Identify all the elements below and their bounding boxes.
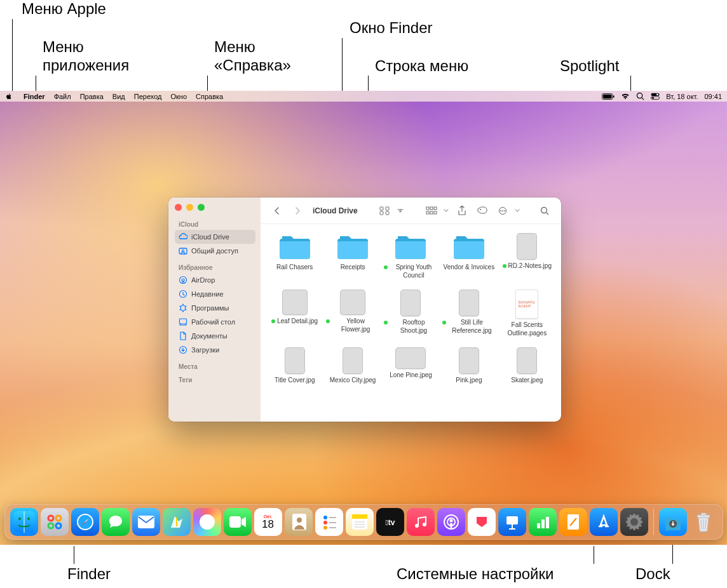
file-label: Vendor & Invoices	[444, 264, 495, 272]
dock-messages[interactable]	[102, 508, 130, 536]
forward-button[interactable]	[289, 203, 306, 218]
spotlight-icon[interactable]	[636, 92, 644, 100]
sidebar-item-doc[interactable]: Документы	[175, 329, 255, 343]
svg-point-7	[656, 93, 658, 95]
svg-point-32	[56, 523, 61, 528]
menu-view[interactable]: Вид	[108, 91, 130, 102]
menu-file[interactable]: Файл	[50, 91, 76, 102]
svg-rect-14	[430, 207, 433, 210]
tag-dot-icon	[326, 319, 330, 323]
menu-window[interactable]: Окно	[166, 91, 191, 102]
dock-mail[interactable]	[132, 508, 160, 536]
dock-downloads[interactable]	[659, 508, 687, 536]
dock-maps[interactable]	[163, 508, 191, 536]
zoom-button[interactable]	[198, 204, 205, 211]
tag-dot-icon	[384, 265, 388, 269]
window-title: iCloud Drive	[313, 206, 358, 215]
dock-trash[interactable]	[690, 508, 717, 536]
file-label: Title Cover.jpg	[275, 377, 315, 385]
group-button[interactable]	[423, 203, 440, 218]
share-button[interactable]	[453, 203, 471, 218]
back-button[interactable]	[268, 203, 286, 218]
dock-launchpad[interactable]	[41, 508, 69, 536]
view-options-button[interactable]	[395, 203, 406, 218]
dock-calendar[interactable]: Окт.18	[254, 508, 282, 536]
minimize-button[interactable]	[186, 204, 193, 211]
time-label[interactable]: 09:41	[704, 93, 722, 100]
dock-numbers[interactable]	[529, 508, 557, 536]
file-item[interactable]: Yellow Flower.jpg	[325, 290, 380, 337]
file-item[interactable]: Receipts	[325, 233, 380, 279]
view-icons-button[interactable]	[376, 203, 393, 218]
control-center-icon[interactable]	[651, 93, 660, 100]
sidebar-item-apps[interactable]: Программы	[175, 301, 255, 315]
file-item[interactable]: RD.2-Notes.jpg	[499, 233, 555, 279]
menu-edit[interactable]: Правка	[76, 91, 108, 102]
file-item[interactable]: Skater.jpeg	[499, 347, 555, 385]
search-button[interactable]	[536, 203, 554, 218]
dock-news[interactable]	[468, 508, 496, 536]
sidebar-item-cloud[interactable]: iCloud Drive	[175, 230, 255, 244]
sidebar-item-downloads[interactable]: Загрузки	[175, 343, 255, 357]
sidebar-item-shared[interactable]: Общий доступ	[175, 244, 255, 258]
file-item[interactable]: Lone Pine.jpeg	[383, 347, 438, 385]
dock-pages[interactable]	[559, 508, 587, 536]
battery-icon[interactable]	[602, 93, 615, 100]
sidebar-item-label: Рабочий стол	[191, 318, 235, 326]
finder-window[interactable]: iCloudiCloud DriveОбщий доступИзбранноеA…	[168, 197, 561, 422]
finder-toolbar: iCloud Drive	[261, 197, 561, 224]
dock-facetime[interactable]	[224, 508, 252, 536]
file-item[interactable]: Title Cover.jpg	[267, 347, 322, 385]
dock-settings[interactable]	[620, 508, 648, 536]
sidebar-item-airdrop[interactable]: AirDrop	[175, 273, 255, 287]
svg-point-29	[48, 516, 53, 521]
svg-point-53	[423, 523, 426, 526]
callout-system-settings: Системные настройки	[397, 565, 554, 584]
date-label[interactable]: Вт, 18 окт.	[666, 93, 698, 100]
actions-button[interactable]	[494, 203, 512, 218]
svg-line-69	[637, 527, 638, 529]
svg-rect-12	[386, 211, 389, 215]
file-item[interactable]: Pink.jpeg	[441, 347, 496, 385]
file-item[interactable]: Rail Chasers	[267, 233, 322, 279]
dock-safari[interactable]	[71, 508, 99, 536]
dock-podcasts[interactable]	[437, 508, 465, 536]
menu-go[interactable]: Переход	[130, 91, 166, 102]
chevron-down-icon[interactable]	[513, 203, 522, 218]
menu-help[interactable]: Справка	[191, 91, 228, 102]
folder-icon	[278, 233, 312, 261]
sidebar-item-desktop[interactable]: Рабочий стол	[175, 315, 255, 329]
app-menu[interactable]: Finder	[19, 91, 50, 102]
dock-appstore[interactable]	[590, 508, 618, 536]
close-button[interactable]	[175, 204, 182, 211]
file-item[interactable]: Spring Youth Council	[383, 233, 438, 279]
file-item[interactable]: Rooftop Shoot.jpg	[383, 290, 438, 337]
sidebar-item-clock[interactable]: Недавние	[175, 287, 255, 301]
file-item[interactable]: Leaf Detail.jpg	[267, 290, 322, 337]
file-item[interactable]: Still Life Reference.jpg	[441, 290, 496, 337]
dock-photos[interactable]	[193, 508, 221, 536]
sidebar-section-head: Места	[175, 363, 255, 370]
svg-line-75	[630, 515, 631, 517]
file-item[interactable]: Mexico City.jpeg	[325, 347, 380, 385]
file-item[interactable]: SIGNATU SCENTFall Scents Outline.pages	[499, 290, 555, 337]
sidebar-item-label: Недавние	[191, 290, 224, 298]
tag-dot-icon	[442, 321, 446, 324]
sidebar-item-label: AirDrop	[191, 276, 215, 284]
chevron-down-icon[interactable]	[442, 203, 451, 218]
file-item[interactable]: Vendor & Invoices	[441, 233, 496, 279]
dock-finder[interactable]	[10, 508, 38, 536]
svg-rect-9	[380, 207, 383, 210]
dock-contacts[interactable]	[285, 508, 313, 536]
dock-tv[interactable]: tv	[376, 508, 404, 536]
dock-keynote[interactable]	[498, 508, 526, 536]
file-label: Leaf Detail.jpg	[271, 317, 318, 326]
dock-music[interactable]	[407, 508, 435, 536]
dock-reminders[interactable]	[315, 508, 343, 536]
wifi-icon[interactable]	[621, 93, 630, 100]
tags-button[interactable]	[473, 203, 491, 218]
file-label: Lone Pine.jpeg	[390, 371, 432, 380]
file-label: Rail Chasers	[276, 264, 313, 272]
dock-notes[interactable]	[346, 508, 374, 536]
apple-menu-icon[interactable]	[5, 93, 13, 100]
